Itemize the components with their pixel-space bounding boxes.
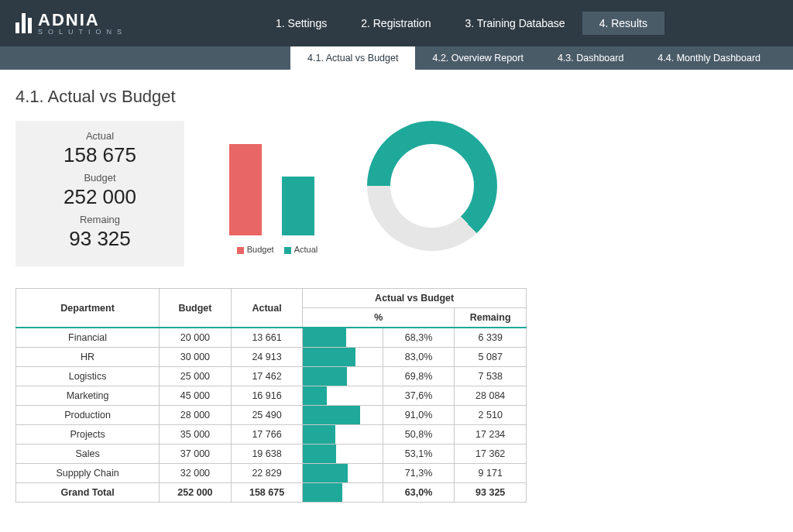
cell-dep: Sales: [16, 444, 160, 464]
kpi-remain-label: Remaing: [15, 214, 184, 225]
cell-pct: 68,3%: [383, 328, 455, 348]
table-row-total: Grand Total252 000158 67563,0%93 325: [16, 483, 527, 503]
cell-dep: Marketing: [16, 386, 160, 406]
cell-dep: Logistics: [16, 367, 160, 386]
cell-actual: 17 462: [231, 367, 303, 386]
donut-chart: 63%: [367, 121, 497, 251]
table-row: HR30 00024 91383,0%5 087: [16, 348, 527, 367]
main-nav: 1. Settings 2. Registration 3. Training …: [259, 12, 664, 35]
cell-pct: 69,8%: [383, 367, 455, 386]
cell-pct: 53,1%: [383, 444, 455, 464]
cell-remaining: 17 234: [455, 425, 527, 444]
legend-actual-label: Actual: [294, 245, 318, 254]
summary-row: Actual 158 675 Budget 252 000 Remaing 93…: [15, 121, 778, 266]
cell-pct: 37,6%: [383, 386, 455, 406]
cell-remaining: 28 084: [455, 386, 527, 406]
cell-actual: 13 661: [231, 328, 303, 348]
cell-pct-bar: [303, 444, 383, 464]
table-row: Production28 00025 49091,0%2 510: [16, 406, 527, 425]
cell-actual: 24 913: [231, 348, 303, 367]
cell-pct: 91,0%: [383, 406, 455, 425]
cell-remaining: 17 362: [455, 444, 527, 464]
cell-pct-bar: [303, 328, 383, 348]
cell-actual: 22 829: [231, 464, 303, 483]
kpi-budget-value: 252 000: [15, 185, 184, 209]
cell-budget: 32 000: [160, 464, 232, 483]
cell-pct: 71,3%: [383, 464, 455, 483]
cell-pct-bar: [303, 367, 383, 386]
cell-pct: 63,0%: [383, 483, 455, 503]
budget-actual-bar-chart: Budget Actual: [192, 121, 355, 254]
tab-overview-report[interactable]: 4.2. Overview Report: [415, 46, 540, 70]
subnav: 4.1. Actual vs Budget 4.2. Overview Repo…: [0, 46, 793, 70]
brand-logo: ADNIA SOLUTIONS: [15, 12, 127, 36]
cell-pct-bar: [303, 425, 383, 444]
brand-tagline: SOLUTIONS: [38, 29, 127, 36]
cell-pct-bar: [303, 406, 383, 425]
col-actual: Actual: [231, 289, 303, 328]
tab-actual-vs-budget[interactable]: 4.1. Actual vs Budget: [290, 46, 415, 70]
cell-dep: HR: [16, 348, 160, 367]
brand-name: ADNIA: [38, 12, 127, 29]
cell-dep: Suppply Chain: [16, 464, 160, 483]
cell-actual: 17 766: [231, 425, 303, 444]
nav-training-database[interactable]: 3. Training Database: [448, 12, 582, 35]
cell-dep: Grand Total: [16, 483, 160, 503]
table-row: Marketing45 00016 91637,6%28 084: [16, 386, 527, 406]
cell-actual: 16 916: [231, 386, 303, 406]
table-row: Logistics25 00017 46269,8%7 538: [16, 367, 527, 386]
cell-actual: 25 490: [231, 406, 303, 425]
topbar: ADNIA SOLUTIONS 1. Settings 2. Registrat…: [0, 0, 793, 46]
cell-remaining: 2 510: [455, 406, 527, 425]
col-budget: Budget: [160, 289, 232, 328]
cell-pct-bar: [303, 348, 383, 367]
cell-budget: 252 000: [160, 483, 232, 503]
cell-remaining: 93 325: [455, 483, 527, 503]
cell-actual: 158 675: [231, 483, 303, 503]
page-body: 4.1. Actual vs Budget Actual 158 675 Bud…: [0, 70, 793, 503]
cell-dep: Projects: [16, 425, 160, 444]
logo-bars-icon: [15, 13, 32, 33]
cell-budget: 45 000: [160, 386, 232, 406]
col-department: Department: [16, 289, 160, 328]
table-row: Suppply Chain32 00022 82971,3%9 171: [16, 464, 527, 483]
col-group: Actual vs Budget: [303, 289, 527, 308]
table-row: Financial20 00013 66168,3%6 339: [16, 328, 527, 348]
cell-dep: Financial: [16, 328, 160, 348]
donut-center-label: 63%: [367, 121, 497, 251]
kpi-actual-value: 158 675: [15, 143, 184, 167]
cell-budget: 25 000: [160, 367, 232, 386]
bar-budget: [229, 144, 262, 235]
kpi-remain-value: 93 325: [15, 227, 184, 251]
cell-pct: 83,0%: [383, 348, 455, 367]
nav-registration[interactable]: 2. Registration: [344, 12, 448, 35]
legend-swatch-actual-icon: [284, 247, 291, 254]
cell-remaining: 5 087: [455, 348, 527, 367]
cell-pct-bar: [303, 386, 383, 406]
nav-results[interactable]: 4. Results: [582, 12, 664, 35]
cell-dep: Production: [16, 406, 160, 425]
bar-chart-legend: Budget Actual: [192, 245, 355, 254]
kpi-card: Actual 158 675 Budget 252 000 Remaing 93…: [15, 121, 184, 266]
bar-actual: [282, 177, 314, 235]
col-pct: %: [303, 308, 455, 328]
table-row: Projects35 00017 76650,8%17 234: [16, 425, 527, 444]
cell-pct-bar: [303, 464, 383, 483]
cell-budget: 28 000: [160, 406, 232, 425]
table-row: Sales37 00019 63853,1%17 362: [16, 444, 527, 464]
cell-remaining: 7 538: [455, 367, 527, 386]
tab-monthly-dashboard[interactable]: 4.4. Monthly Dashboard: [640, 46, 778, 70]
kpi-budget-label: Budget: [15, 172, 184, 184]
cell-remaining: 9 171: [455, 464, 527, 483]
cell-budget: 37 000: [160, 444, 232, 464]
cell-budget: 35 000: [160, 425, 232, 444]
cell-actual: 19 638: [231, 444, 303, 464]
cell-budget: 30 000: [160, 348, 232, 367]
tab-dashboard[interactable]: 4.3. Dashboard: [541, 46, 640, 70]
cell-pct: 50,8%: [383, 425, 455, 444]
nav-settings[interactable]: 1. Settings: [259, 12, 344, 35]
cell-budget: 20 000: [160, 328, 232, 348]
legend-budget-label: Budget: [247, 245, 274, 254]
col-remaining: Remaing: [455, 308, 527, 328]
actual-vs-budget-table: Department Budget Actual Actual vs Budge…: [15, 288, 527, 503]
